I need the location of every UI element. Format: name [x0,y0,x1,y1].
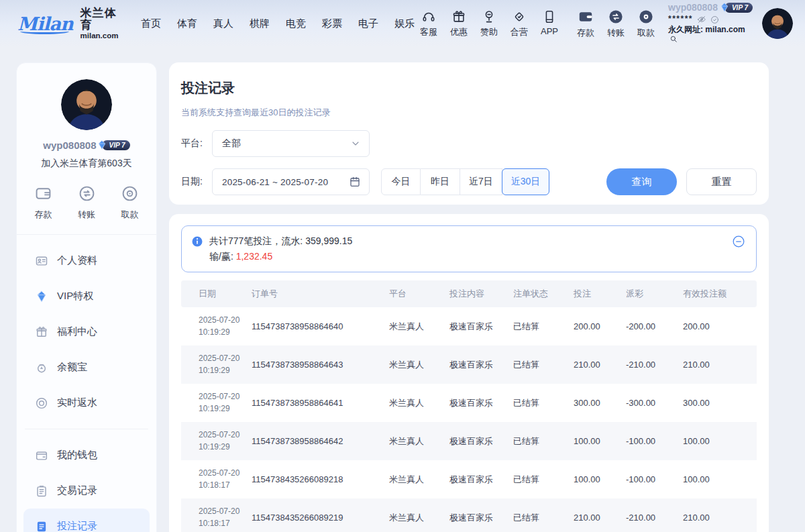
transfer-link[interactable]: 转账 [602,9,630,39]
topbar-quick-links: 客服优惠赞助合营APP [415,9,564,38]
nav-item[interactable]: 彩票 [322,17,342,30]
cell-valid-bet: 210.00 [683,498,757,532]
deposit-action[interactable]: 存款 [34,184,52,221]
sidebar-item-yuebao[interactable]: 余额宝 [23,350,150,385]
table-row: 2025-07-2010:19:291154738738958864640米兰真… [181,307,757,345]
cell-bet: 210.00 [574,498,626,532]
logo-wordmark: Milan [17,13,74,34]
cell-order-no: 1154738738958864640 [252,307,389,345]
permanent-url[interactable]: 永久网址: milan.com [668,25,754,46]
cell-platform: 米兰真人 [389,384,449,422]
brand-logo[interactable]: Milan 米兰体育 milan.com [17,7,121,40]
partnership-link[interactable]: 合营 [505,9,533,38]
col-date: 日期 [181,280,252,307]
rebate-icon [35,396,48,410]
trophy-icon [482,9,496,24]
transfer-action[interactable]: 转账 [78,184,96,221]
range-yesterday[interactable]: 昨日 [421,168,460,195]
cell-status: 已结算 [513,307,574,345]
cell-payout: -100.00 [626,460,683,498]
bet-records-table: 日期 订单号 平台 投注内容 注单状态 投注 派彩 有效投注额 2025-07-… [181,280,757,532]
page-title: 投注记录 [181,79,757,97]
cell-payout: -210.00 [626,345,683,384]
cell-platform: 米兰真人 [389,460,449,498]
search-button[interactable]: 查询 [606,168,677,195]
page-subtitle: 当前系统支持查询最近30日的投注记录 [181,107,757,119]
cell-bet: 200.00 [574,307,626,345]
brand-domain: milan.com [80,32,121,40]
nav-item[interactable]: 真人 [213,17,233,30]
verified-icon[interactable] [710,15,719,24]
wallet-outline-icon [34,184,52,203]
user-avatar[interactable] [762,8,793,39]
sidebar-item-profile[interactable]: 个人资料 [23,243,150,278]
cell-status: 已结算 [513,422,574,460]
topbar: Milan 米兰体育 milan.com 首页体育真人棋牌电竞彩票电子娱乐 客服… [0,0,805,47]
vip-diamond-icon [719,2,730,13]
nav-item[interactable]: 首页 [141,17,161,30]
gift-icon [35,325,48,339]
cell-bet-content: 极速百家乐 [449,307,513,345]
magnifier-icon [669,35,678,43]
withdraw-outline-icon [121,184,139,203]
sidebar-item-bet-records[interactable]: 投注记录 [23,509,150,532]
vip-badge: VIP 7 [724,3,753,13]
deposit-link[interactable]: 存款 [572,9,600,39]
collapse-icon[interactable] [732,235,745,248]
withdraw-action[interactable]: 取款 [121,184,139,221]
sidebar-item-rebate[interactable]: 实时返水 [23,385,150,421]
sidebar-item-transactions[interactable]: 交易记录 [23,473,150,509]
cell-valid-bet: 200.00 [683,307,757,345]
customer-service-link[interactable]: 客服 [415,9,443,38]
cell-bet-content: 极速百家乐 [449,384,513,422]
promotions-link[interactable]: 优惠 [445,9,473,38]
main-nav: 首页体育真人棋牌电竞彩票电子娱乐 [141,17,415,30]
sponsor-link[interactable]: 赞助 [475,9,503,38]
platform-select[interactable]: 全部 [212,130,370,157]
range-last30[interactable]: 近30日 [502,168,550,195]
range-last7[interactable]: 近7日 [460,168,502,195]
joined-days-text: 加入米兰体育第603天 [17,158,156,170]
main-content: 投注记录 当前系统支持查询最近30日的投注记录 平台: 全部 日期: 2025-… [169,62,769,532]
cell-bet: 300.00 [574,384,626,422]
nav-item[interactable]: 娱乐 [394,17,415,30]
nav-item[interactable]: 电竞 [286,17,306,30]
sidebar-item-my-wallet[interactable]: 我的钱包 [23,437,150,473]
app-link[interactable]: APP [535,9,564,38]
cell-date: 2025-07-2010:19:29 [181,307,252,345]
sidebar-item-welfare[interactable]: 福利中心 [23,314,150,350]
sidebar-item-vip[interactable]: VIP特权 [23,278,150,314]
nav-item[interactable]: 体育 [177,17,197,30]
col-platform: 平台 [389,280,449,307]
col-status: 注单状态 [513,280,574,307]
date-range-input[interactable]: 2025-06-21 ~ 2025-07-20 [212,168,370,195]
sidebar-menu: 个人资料VIP特权福利中心余额宝实时返水我的钱包交易记录投注记录 [17,243,156,532]
cell-payout: -210.00 [626,498,683,532]
cell-date: 2025-07-2010:19:29 [181,422,252,460]
table-row: 2025-07-2010:18:171154738435266089219米兰真… [181,498,757,532]
gift-icon [451,9,466,24]
reset-button[interactable]: 重置 [686,168,757,195]
sidebar-quick-actions: 存款转账取款 [17,184,156,235]
eye-off-icon[interactable] [697,15,706,24]
user-block: wyp080808 VIP 7 ****** 永久网址: milan.com [668,1,754,46]
date-range-value: 2025-06-21 ~ 2025-07-20 [222,177,328,187]
cell-platform: 米兰真人 [389,498,449,532]
username: wyp080808 [668,1,718,13]
nav-item[interactable]: 棋牌 [250,17,270,30]
cell-order-no: 1154738738958864642 [252,422,389,460]
range-today[interactable]: 今日 [381,168,421,195]
sidebar-avatar[interactable] [61,79,112,130]
cell-bet: 100.00 [574,460,626,498]
table-row: 2025-07-2010:19:291154738738958864641米兰真… [181,384,757,422]
sidebar-vip-badge: VIP 7 [102,140,130,150]
nav-item[interactable]: 电子 [358,17,378,30]
transfer-filled-icon [608,9,624,25]
mywallet-icon [35,449,48,462]
cell-order-no: 1154738435266089219 [252,498,389,532]
withdraw-link[interactable]: 取款 [632,9,660,39]
summary-line1: 共计777笔投注，流水: 359,999.15 [209,233,352,249]
cell-date: 2025-07-2010:19:29 [181,345,252,384]
topbar-wallet-links: 存款转账取款 [572,9,660,39]
cell-status: 已结算 [513,460,574,498]
